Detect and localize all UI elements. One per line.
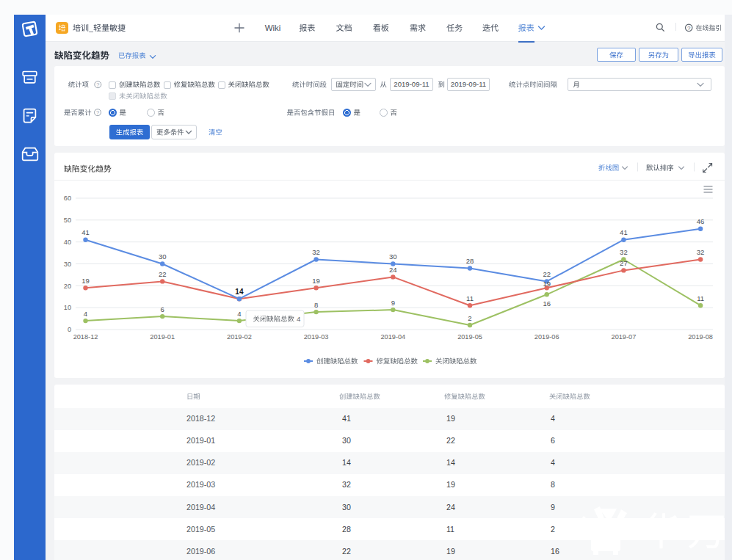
svg-text:4: 4: [84, 310, 87, 318]
svg-text:?: ?: [96, 109, 99, 116]
svg-text:2019-07: 2019-07: [612, 333, 637, 341]
svg-text:2: 2: [551, 525, 555, 534]
svg-text:40: 40: [64, 239, 71, 246]
svg-text:16: 16: [551, 547, 559, 556]
svg-text:30: 30: [159, 252, 167, 261]
svg-text:?: ?: [687, 25, 691, 32]
svg-text:Wiki: Wiki: [265, 23, 281, 32]
svg-text:2019-02: 2019-02: [227, 333, 252, 341]
svg-text:2019-09-11: 2019-09-11: [451, 80, 486, 88]
svg-text:27: 27: [620, 259, 628, 267]
svg-text:30: 30: [64, 261, 71, 268]
svg-text:41: 41: [620, 228, 628, 236]
svg-text:2018-12: 2018-12: [73, 333, 98, 341]
svg-text:19: 19: [446, 480, 455, 489]
svg-text:9: 9: [391, 299, 395, 307]
svg-text:2019-01: 2019-01: [186, 436, 215, 445]
svg-text:28: 28: [342, 525, 351, 534]
svg-text:2019-02: 2019-02: [186, 458, 215, 467]
svg-text:14: 14: [342, 458, 351, 467]
svg-text:2019-06: 2019-06: [186, 547, 215, 556]
svg-text:28: 28: [466, 257, 474, 265]
svg-text:50: 50: [64, 217, 71, 224]
svg-text:2019-09-11: 2019-09-11: [394, 80, 429, 88]
svg-text:4: 4: [551, 414, 555, 423]
svg-text:4: 4: [237, 310, 241, 318]
svg-text:9: 9: [551, 503, 555, 512]
svg-text:41: 41: [342, 414, 351, 423]
svg-text:46: 46: [697, 217, 705, 225]
svg-text:2019-05: 2019-05: [457, 333, 482, 341]
svg-text:24: 24: [446, 503, 455, 512]
svg-text:32: 32: [697, 248, 705, 256]
svg-text:11: 11: [466, 294, 474, 302]
svg-text:24: 24: [389, 266, 397, 274]
svg-text:19: 19: [446, 414, 455, 423]
svg-text:20: 20: [64, 283, 71, 290]
svg-text:32: 32: [312, 248, 320, 256]
svg-text:?: ?: [96, 81, 99, 88]
svg-text:2019-03: 2019-03: [186, 480, 215, 489]
svg-text:2019-04: 2019-04: [380, 333, 405, 341]
svg-text:30: 30: [389, 252, 397, 261]
svg-text:2019-06: 2019-06: [534, 333, 559, 341]
svg-text:32: 32: [342, 480, 351, 489]
svg-text:4: 4: [297, 315, 301, 323]
svg-text:60: 60: [64, 194, 71, 202]
svg-text:19: 19: [81, 277, 90, 285]
svg-text:10: 10: [64, 304, 71, 311]
svg-text:11: 11: [446, 525, 454, 534]
svg-text:22: 22: [543, 270, 551, 278]
svg-text:2019-08: 2019-08: [688, 333, 713, 341]
svg-text:6: 6: [551, 436, 555, 445]
svg-text:30: 30: [342, 436, 351, 445]
svg-text:2018-12: 2018-12: [186, 414, 215, 423]
svg-text:14: 14: [446, 458, 455, 467]
svg-text:41: 41: [81, 228, 90, 236]
svg-text:2019-03: 2019-03: [304, 333, 329, 341]
svg-text:30: 30: [342, 503, 351, 512]
svg-text:22: 22: [342, 547, 351, 556]
svg-text:4: 4: [551, 458, 555, 467]
svg-text:8: 8: [551, 480, 555, 489]
svg-text:2: 2: [468, 314, 471, 322]
svg-text:19: 19: [543, 280, 551, 288]
svg-text:14: 14: [235, 288, 244, 296]
svg-text:2019-05: 2019-05: [186, 525, 215, 534]
svg-text:19: 19: [312, 277, 320, 285]
svg-text:6: 6: [161, 305, 164, 313]
svg-text:11: 11: [697, 294, 704, 302]
svg-text:8: 8: [314, 301, 318, 309]
svg-text:32: 32: [620, 248, 628, 256]
svg-text:2019-01: 2019-01: [150, 333, 175, 341]
svg-text:22: 22: [446, 436, 455, 445]
svg-text:22: 22: [159, 270, 167, 278]
svg-text:2019-04: 2019-04: [186, 503, 215, 512]
svg-text:19: 19: [446, 547, 455, 556]
svg-text:16: 16: [543, 299, 551, 308]
svg-text:0: 0: [68, 326, 71, 333]
